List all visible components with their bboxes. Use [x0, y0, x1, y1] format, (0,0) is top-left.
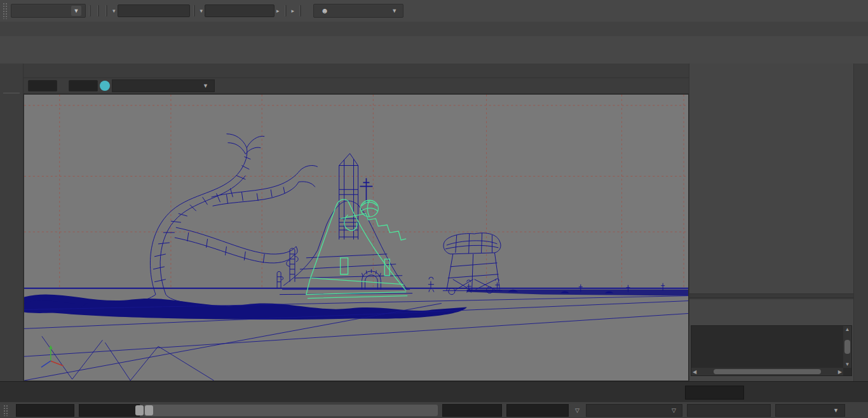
viewport-toolbar: ▼	[24, 78, 689, 94]
range-bar-grip[interactable]	[3, 405, 9, 416]
separator	[105, 5, 107, 17]
chevron-down-icon[interactable]: ▽	[575, 407, 580, 414]
range-slider-bar: ▽ ▽ ▼	[0, 402, 868, 418]
chevron-down-icon: ▼	[391, 8, 397, 14]
range-start-handle[interactable]	[145, 405, 153, 415]
contrast-icon[interactable]	[57, 80, 69, 91]
maya-window: ▼ ▾ ▾ ▸ ▸ ☻ ▼	[0, 0, 868, 418]
animation-end-field[interactable]	[506, 404, 569, 417]
chevron-down-icon: ▼	[833, 407, 839, 414]
anim-layer-dropdown[interactable]	[687, 404, 771, 417]
symmetry-field[interactable]	[205, 4, 275, 17]
range-end-handle[interactable]	[135, 405, 144, 415]
grid-lines	[24, 95, 688, 288]
colorspace-dropdown[interactable]: ▼	[112, 79, 215, 92]
chevron-down-icon[interactable]: ▾	[200, 8, 203, 14]
current-frame-field[interactable]	[685, 386, 744, 400]
selected-object-name[interactable]	[689, 93, 853, 98]
shelf-tab-bar	[0, 22, 868, 37]
fps-dropdown[interactable]: ▼	[775, 404, 845, 417]
main-toolbar: ▼ ▾ ▾ ▸ ▸ ☻ ▼	[0, 0, 868, 22]
scroll-left-icon[interactable]: ◀	[693, 369, 696, 375]
animation-start-field[interactable]	[16, 404, 74, 417]
channel-box-panel: ▲ ▼ ◀ ▶	[689, 64, 853, 381]
separator	[285, 5, 287, 17]
exposure-field[interactable]	[28, 80, 57, 91]
character-set-dropdown[interactable]: ▽	[586, 404, 682, 417]
channel-list-area[interactable]	[689, 98, 853, 293]
toolbox	[0, 64, 24, 381]
chevron-down-icon[interactable]: ▾	[112, 8, 116, 14]
scroll-right-icon[interactable]: ▶	[838, 369, 842, 375]
playback-start-field[interactable]	[79, 404, 140, 417]
wireframe-scene	[24, 134, 688, 381]
divider[interactable]	[689, 293, 853, 298]
horizontal-scrollbar[interactable]: ◀ ▶	[691, 368, 843, 375]
divider	[3, 93, 20, 93]
gamma-field[interactable]	[69, 80, 98, 91]
scroll-up-icon[interactable]: ▲	[845, 327, 850, 332]
menuset-dropdown[interactable]: ▼	[11, 4, 86, 18]
main-area: ▼	[0, 64, 868, 381]
scene-svg	[24, 95, 688, 381]
user-icon: ☻	[318, 4, 331, 17]
toolbar-grip[interactable]	[3, 3, 8, 19]
scrollbar-thumb[interactable]	[714, 369, 821, 374]
timeline-ruler[interactable]	[23, 382, 680, 403]
chevron-down-icon: ▽	[672, 407, 676, 414]
time-slider	[0, 381, 868, 403]
vertical-scrollbar[interactable]: ▲ ▼	[843, 326, 851, 368]
scrollbar-thumb[interactable]	[844, 340, 850, 354]
chevron-down-icon: ▼	[71, 6, 81, 16]
viewport-panel: ▼	[24, 64, 689, 381]
gamma-on-toggle[interactable]	[100, 81, 110, 91]
sign-in-dropdown[interactable]: ☻ ▼	[313, 4, 403, 18]
selection-highlight	[306, 199, 407, 299]
layer-list-container: ▲ ▼ ◀ ▶	[691, 325, 852, 376]
playback-end-field[interactable]	[442, 404, 502, 417]
axis-gizmo	[41, 345, 64, 367]
shelf	[0, 36, 868, 64]
live-surface-field[interactable]	[118, 4, 190, 17]
editor-tab-strip	[853, 64, 868, 381]
chevron-right-icon[interactable]: ▸	[292, 8, 295, 14]
separator	[89, 5, 91, 17]
scroll-down-icon[interactable]: ▼	[845, 361, 850, 367]
viewport-canvas[interactable]	[24, 94, 689, 381]
separator	[299, 5, 301, 17]
separator	[193, 5, 195, 17]
chevron-down-icon: ▼	[203, 83, 208, 89]
layer-list	[691, 326, 843, 368]
chevron-right-icon[interactable]: ▸	[276, 8, 280, 14]
playback-range-slider[interactable]	[144, 405, 438, 416]
separator	[97, 5, 99, 17]
